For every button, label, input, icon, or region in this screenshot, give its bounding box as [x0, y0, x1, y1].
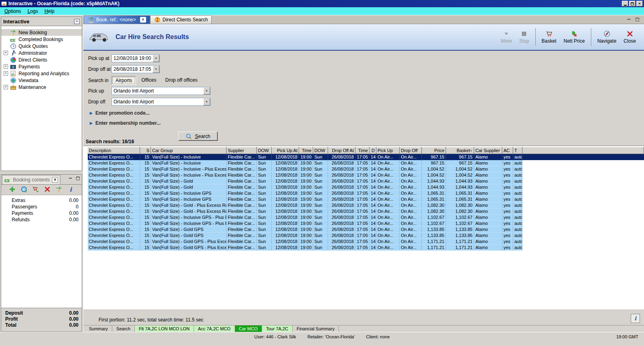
table-row[interactable]: Chevrolet Express O...15Van(Full Size) -…	[88, 220, 644, 227]
bottom-tab-summary[interactable]: Summary	[85, 325, 112, 332]
column-header-description[interactable]: Description	[88, 147, 140, 154]
column-header-price[interactable]: Price	[422, 147, 446, 154]
search-in-airports[interactable]: Airports	[111, 76, 136, 85]
bottom-tab-financial-summary[interactable]: Financial Summary	[293, 325, 339, 332]
column-header-drop-off-at[interactable]: Drop Off At	[328, 147, 355, 154]
search-in-drop-off-offices[interactable]: Drop off offices	[161, 76, 201, 85]
booking-contents-tab[interactable]: Booking contents ×	[2, 175, 60, 184]
column-header-car-supplier[interactable]: Car Supplier	[474, 147, 502, 154]
pickup-location-select[interactable]: Orlando Intl Airport ▼	[111, 87, 211, 95]
sidebar-item-payments[interactable]: +$Payments	[1, 63, 82, 70]
column-header-ac[interactable]: AC	[502, 147, 513, 154]
table-row[interactable]: Chevrolet Express O...15Van(Full Size) -…	[88, 208, 644, 214]
sidebar-item-completed-bookings[interactable]: Completed Bookings	[1, 36, 82, 43]
menu-help[interactable]: Help	[41, 8, 57, 15]
sidebar-item-direct-clients[interactable]: Direct Clients	[1, 56, 82, 63]
window-minimize-button[interactable]	[622, 1, 628, 6]
holiday-button[interactable]	[56, 186, 62, 194]
bottom-tab-search[interactable]: Search	[112, 325, 135, 332]
booking-minimize-button[interactable]	[68, 176, 73, 181]
column-header-supplier[interactable]: Supplier	[227, 147, 257, 154]
bottom-tab-tour-7a-2c[interactable]: Tour 7A,2C	[262, 325, 293, 332]
table-cell: Sun	[313, 239, 328, 245]
chevron-down-icon[interactable]: ▼	[203, 87, 210, 95]
search-button[interactable]: Search	[178, 132, 218, 141]
basket-button[interactable]	[32, 186, 39, 194]
promotion-code-expander[interactable]: ▶ Enter promotion code...	[90, 110, 644, 116]
table-row[interactable]: Chevrolet Express O...15Van(Full Size) -…	[88, 178, 644, 184]
table-row[interactable]: Chevrolet Express O...15Van(Full Size) -…	[88, 227, 644, 233]
table-row[interactable]: Chevrolet Express O...15Van(Full Size) -…	[88, 166, 644, 172]
column-header-dow[interactable]: DOW	[313, 147, 328, 154]
column-header-pick-up-at[interactable]: Pick Up At	[272, 147, 299, 154]
view-maximize-button[interactable]	[634, 17, 640, 22]
dropoff-at-select[interactable]: 26/08/2018 17:05 ▼	[111, 65, 160, 73]
menu-logs[interactable]: Logs	[25, 8, 41, 15]
table-row[interactable]: Chevrolet Express O...15Van(Full Size) -…	[88, 239, 644, 245]
sidebar-item-quick-quotes[interactable]: Quick Quotes	[1, 43, 82, 49]
chevron-down-icon[interactable]: ▼	[153, 66, 159, 73]
column-header-t[interactable]: T	[513, 147, 522, 154]
table-row[interactable]: Chevrolet Express O...15Van(Full Size) -…	[88, 214, 644, 220]
bottom-tab-flt-7a-2c-lon-mco-lon[interactable]: Flt 7A,2C LON MCO LON	[135, 325, 194, 332]
dropoff-location-select[interactable]: Orlando Intl Airport ▼	[111, 98, 211, 106]
menu-options[interactable]: Options	[2, 8, 24, 15]
info-button[interactable]: i	[631, 314, 640, 323]
column-header-dow[interactable]: DOW	[257, 147, 272, 154]
table-row[interactable]: Chevrolet Express O...15Van(Full Size) -…	[88, 202, 644, 208]
tab-close-icon[interactable]: ×	[140, 17, 146, 23]
search-in-offices[interactable]: Offices	[138, 76, 160, 85]
table-row[interactable]: Chevrolet Express O...15Van(Full Size) -…	[88, 196, 644, 202]
info-button[interactable]: i	[67, 186, 74, 194]
tab-direct-clients-search[interactable]: Direct Clients Search	[150, 15, 212, 24]
navigate-button[interactable]: Navigate	[594, 29, 619, 45]
sidebar-item-reporting-and-analytics[interactable]: +Reporting and Analytics	[1, 70, 82, 77]
table-cell: Sun	[313, 178, 328, 184]
table-row[interactable]: Chevrolet Express O...15Van(Full Size) -…	[88, 245, 644, 251]
expand-toggle-icon[interactable]: +	[4, 64, 8, 69]
delete-button[interactable]	[44, 186, 51, 194]
table-cell: Alamo	[474, 172, 502, 178]
expand-toggle-icon[interactable]: +	[4, 71, 8, 76]
sidebar-item-viewdata[interactable]: Viewdata	[1, 77, 82, 84]
table-row[interactable]: Chevrolet Express O...15Van(Full Size) -…	[88, 233, 644, 239]
column-header-time[interactable]: Time	[355, 147, 369, 154]
table-row[interactable]: Chevrolet Express O...15Van(Full Size) -…	[88, 172, 644, 178]
chevron-down-icon[interactable]: ▼	[153, 55, 159, 62]
table-cell: 15	[140, 214, 151, 220]
view-minimize-button[interactable]	[626, 17, 632, 22]
window-maximize-button[interactable]	[629, 1, 636, 6]
table-row[interactable]: Chevrolet Express O...15Van(Full Size) -…	[88, 184, 644, 190]
sidebar-collapse-button[interactable]: −	[74, 19, 80, 24]
bottom-tab-acc-7a-2c-mco[interactable]: Acc 7A,2C MCO	[194, 325, 235, 332]
table-row[interactable]: Chevrolet Express O...15Van(Full Size) -…	[88, 154, 644, 160]
table-row[interactable]: Chevrolet Express O...15Van(Full Size) -…	[88, 190, 644, 196]
membership-number-expander[interactable]: ▶ Enter membership number...	[90, 120, 644, 126]
add-button[interactable]	[9, 186, 16, 194]
nett-price-button[interactable]: Nett Price	[560, 29, 588, 45]
booking-contents-close-icon[interactable]: ×	[52, 177, 58, 183]
column-header-car-group[interactable]: Car Group	[151, 147, 227, 154]
column-header-s[interactable]: S	[140, 147, 151, 154]
chevron-down-icon[interactable]: ▼	[203, 98, 210, 105]
close-button[interactable]: Close	[620, 29, 639, 45]
sidebar-item-new-booking[interactable]: New Booking	[1, 29, 82, 36]
bottom-tab-car-mco[interactable]: Car MCO	[235, 325, 262, 332]
quick-quote-button[interactable]	[21, 186, 27, 194]
column-header-d[interactable]: D	[369, 147, 376, 154]
expand-toggle-icon[interactable]: +	[4, 51, 8, 55]
column-header-basket[interactable]: Basket▼	[446, 147, 474, 154]
basket-button[interactable]: Basket	[539, 29, 560, 45]
table-row[interactable]: Chevrolet Express O...15Van(Full Size) -…	[88, 160, 644, 166]
tab-book-ref-none[interactable]: Book. ref.: <none>×	[84, 15, 150, 24]
booking-maximize-button[interactable]	[75, 176, 80, 181]
column-header-pick-up[interactable]: Pick Up	[376, 147, 400, 154]
column-header-drop-off[interactable]: Drop Off	[400, 147, 422, 154]
window-close-button[interactable]: ×	[636, 1, 643, 6]
table-cell: Sun	[257, 245, 272, 251]
sidebar-item-administrator[interactable]: +Administrator	[1, 49, 82, 56]
sidebar-item-maintenance[interactable]: +Maintenance	[1, 84, 82, 91]
pickup-at-select[interactable]: 12/08/2018 19:00 ▼	[111, 54, 160, 62]
column-header-time[interactable]: Time	[299, 147, 313, 154]
expand-toggle-icon[interactable]: +	[4, 85, 8, 89]
